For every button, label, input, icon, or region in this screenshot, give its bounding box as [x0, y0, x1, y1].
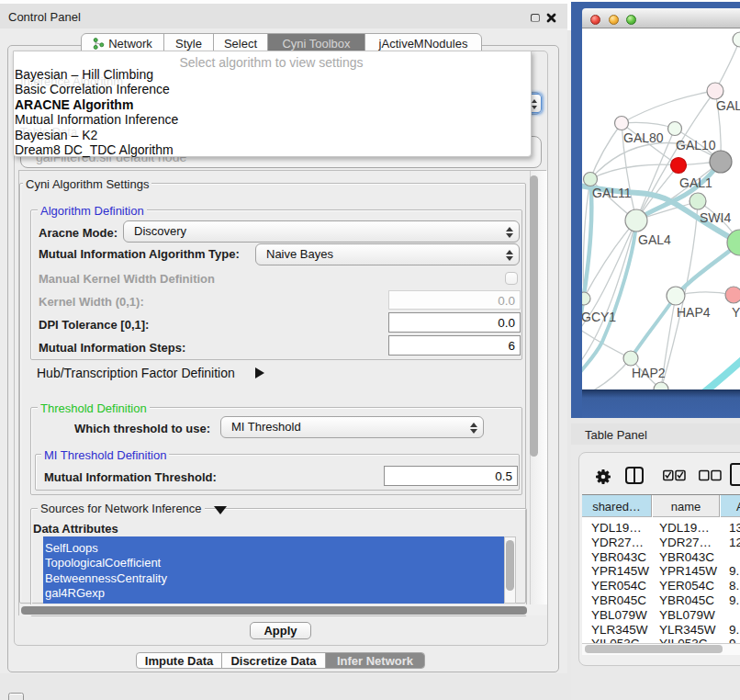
svg-text:YM: YM	[732, 305, 740, 320]
svg-text:HAP2: HAP2	[632, 366, 666, 380]
svg-text:GAL11: GAL11	[592, 186, 632, 200]
svg-text:SWI4: SWI4	[700, 210, 731, 225]
svg-text:HAP4: HAP4	[677, 305, 711, 320]
svg-text:GAL10: GAL10	[676, 138, 716, 152]
svg-text:GAL7: GAL7	[716, 98, 740, 113]
svg-text:GAL1: GAL1	[679, 175, 712, 190]
svg-text:GAL80: GAL80	[623, 130, 664, 145]
svg-text:GCY1: GCY1	[582, 310, 616, 324]
svg-text:GAL4: GAL4	[638, 232, 671, 247]
